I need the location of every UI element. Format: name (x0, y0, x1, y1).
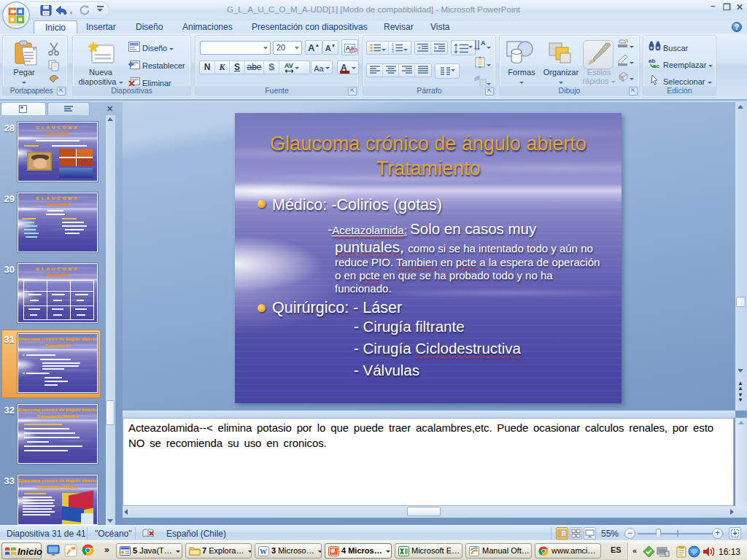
svg-text:A: A (481, 39, 486, 47)
svg-text:3: 3 (392, 50, 394, 52)
svg-text:ac: ac (653, 63, 659, 69)
svg-text:AV: AV (285, 62, 293, 69)
svg-text:W: W (260, 548, 267, 556)
